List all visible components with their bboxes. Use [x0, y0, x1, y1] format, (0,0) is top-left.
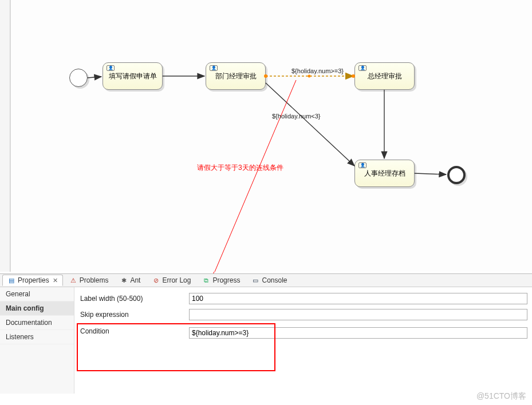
- tab-label: Problems: [80, 276, 109, 284]
- user-task-icon: 👤: [107, 65, 115, 71]
- skip-expression-input[interactable]: [189, 309, 527, 320]
- user-task-icon: 👤: [358, 162, 367, 168]
- tab-label: Properties: [18, 276, 49, 284]
- task-label: 填写请假申请单: [109, 72, 157, 81]
- properties-icon: ▤: [7, 276, 15, 284]
- flow-condition-ge3-label[interactable]: ${holiday.num>=3}: [291, 68, 344, 74]
- skip-expression-label: Skip expression: [80, 311, 189, 319]
- close-icon[interactable]: ✕: [53, 277, 58, 284]
- bpmn-canvas[interactable]: 👤 填写请假申请单 👤 部门经理审批 👤 总经理审批 👤 人事经理存档: [10, 0, 532, 272]
- annotation-text: 请假大于等于3天的连线条件: [197, 163, 283, 173]
- highlight-box: [77, 323, 275, 371]
- svg-point-5: [308, 75, 311, 78]
- tab-console[interactable]: ▭ Console: [246, 275, 292, 286]
- row-skip-expression: Skip expression: [80, 307, 532, 323]
- ant-icon: ✱: [120, 276, 128, 284]
- task-dept-manager-approve[interactable]: 👤 部门经理审批: [206, 62, 266, 90]
- left-gutter: [0, 0, 10, 272]
- user-task-icon: 👤: [358, 65, 367, 71]
- nav-listeners[interactable]: Listeners: [0, 330, 74, 344]
- start-event[interactable]: [69, 69, 88, 87]
- row-label-width: Label width (50-500): [80, 291, 532, 307]
- console-icon: ▭: [251, 276, 259, 284]
- tab-label: Ant: [130, 276, 140, 284]
- label-width-input[interactable]: [189, 293, 527, 304]
- edges-layer: [11, 0, 532, 272]
- nav-general[interactable]: General: [0, 287, 74, 301]
- svg-line-0: [88, 77, 101, 78]
- task-label: 总经理审批: [368, 72, 402, 81]
- views-tab-bar: ▤ Properties ✕ ⚠ Problems ✱ Ant ⊘ Error …: [0, 273, 532, 287]
- properties-nav: General Main config Documentation Listen…: [0, 287, 74, 394]
- tab-properties[interactable]: ▤ Properties ✕: [2, 275, 63, 286]
- tab-problems[interactable]: ⚠ Problems: [64, 275, 114, 286]
- task-hr-manager-archive[interactable]: 👤 人事经理存档: [354, 160, 415, 187]
- tab-error-log[interactable]: ⊘ Error Log: [147, 275, 196, 286]
- problems-icon: ⚠: [69, 276, 77, 284]
- end-event[interactable]: [447, 166, 466, 184]
- progress-icon: ⧉: [202, 276, 210, 284]
- tab-ant[interactable]: ✱ Ant: [115, 275, 145, 286]
- user-task-icon: 👤: [210, 65, 218, 71]
- tab-progress[interactable]: ⧉ Progress: [197, 275, 245, 286]
- svg-line-8: [415, 173, 446, 174]
- svg-line-6: [266, 83, 354, 166]
- tab-label: Error Log: [162, 276, 191, 284]
- task-fill-leave-request[interactable]: 👤 填写请假申请单: [103, 62, 163, 90]
- task-label: 人事经理存档: [364, 169, 405, 178]
- label-width-label: Label width (50-500): [80, 295, 189, 303]
- tab-label: Console: [262, 276, 287, 284]
- error-log-icon: ⊘: [152, 276, 160, 284]
- watermark: @51CTO博客: [476, 391, 526, 402]
- svg-line-9: [215, 80, 296, 272]
- task-general-manager-approve[interactable]: 👤 总经理审批: [354, 62, 415, 90]
- tab-label: Progress: [212, 276, 240, 284]
- task-label: 部门经理审批: [215, 72, 257, 81]
- nav-main-config[interactable]: Main config: [0, 301, 74, 316]
- nav-documentation[interactable]: Documentation: [0, 316, 74, 330]
- flow-condition-lt3-label[interactable]: ${holiday.num<3}: [272, 113, 321, 120]
